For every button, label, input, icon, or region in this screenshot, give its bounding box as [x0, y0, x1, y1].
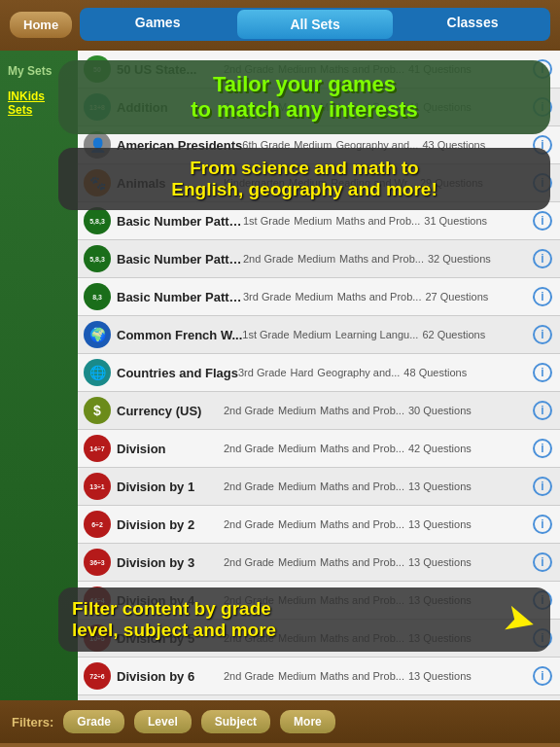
row-grade: 2nd Grade — [224, 443, 274, 454]
row-level: Medium — [298, 253, 335, 265]
row-icon: 🌐 — [84, 359, 111, 386]
info-button[interactable]: i — [533, 287, 552, 306]
info-button[interactable]: i — [533, 439, 552, 458]
info-button[interactable]: i — [533, 249, 552, 268]
row-level: Medium — [278, 670, 316, 682]
info-button[interactable]: i — [533, 325, 552, 344]
row-title: Division by 6 — [117, 669, 224, 684]
row-subject: Maths and Prob... — [320, 443, 404, 454]
row-level: Medium — [278, 518, 316, 530]
row-subject: Maths and Prob... — [320, 556, 404, 568]
row-title: Common French W... — [117, 328, 242, 342]
row-grade: 3rd Grade — [238, 367, 287, 378]
tab-group: Games All Sets Classes — [80, 8, 550, 41]
row-grade: 2nd Grade — [243, 253, 294, 265]
overlay-bottom-line2: level, subject and more — [72, 620, 494, 641]
row-meta: 2nd Grade Medium Maths and Prob... 42 Qu… — [224, 443, 529, 454]
overlay-mid-line2: English, geography and more! — [72, 179, 537, 200]
row-icon: 🌍 — [84, 321, 111, 348]
row-grade: 2nd Grade — [224, 405, 274, 416]
row-icon: $ — [84, 397, 111, 424]
list-item[interactable]: 63÷7 Division by 7 2nd Grade Medium Math… — [78, 695, 560, 700]
list-item[interactable]: $ Currency (US) 2nd Grade Medium Maths a… — [78, 392, 560, 430]
footer: Filters: Grade Level Subject More — [0, 700, 560, 743]
row-meta: 3rd Grade Hard Geography and... 48 Quest… — [238, 367, 529, 378]
row-title: Division by 1 — [117, 480, 224, 494]
list-item[interactable]: 🌍 Common French W... 1st Grade Medium Le… — [78, 316, 560, 354]
row-meta: 2nd Grade Medium Maths and Prob... 32 Qu… — [243, 253, 529, 265]
row-meta: 3rd Grade Medium Maths and Prob... 27 Qu… — [243, 291, 529, 302]
row-grade: 3rd Grade — [243, 291, 292, 302]
list-item[interactable]: 8,3 Basic Number Patte... 3rd Grade Medi… — [78, 278, 560, 316]
row-questions: 13 Questions — [408, 480, 472, 492]
filter-level-button[interactable]: Level — [134, 710, 192, 733]
info-button[interactable]: i — [533, 363, 552, 382]
overlay-top-line1: Tailor your games — [74, 72, 535, 97]
row-meta: 2nd Grade Medium Maths and Prob... 30 Qu… — [224, 405, 529, 416]
row-icon: 36÷3 — [84, 549, 111, 576]
row-questions: 42 Questions — [408, 443, 472, 454]
info-button[interactable]: i — [533, 515, 552, 534]
list-item[interactable]: 5,8,3 Basic Number Patte... 2nd Grade Me… — [78, 240, 560, 278]
row-subject: Maths and Prob... — [320, 480, 404, 492]
tab-all-sets[interactable]: All Sets — [237, 10, 393, 39]
row-grade: 2nd Grade — [224, 556, 274, 568]
row-meta: 2nd Grade Medium Maths and Prob... 13 Qu… — [224, 518, 529, 530]
info-button[interactable]: i — [533, 552, 552, 572]
tab-classes[interactable]: Classes — [395, 8, 550, 41]
list-item[interactable]: 13÷1 Division by 1 2nd Grade Medium Math… — [78, 468, 560, 506]
row-questions: 62 Questions — [422, 329, 485, 340]
row-title: Basic Number Patte... — [117, 252, 243, 267]
overlay-mid: From science and math to English, geogra… — [58, 148, 550, 210]
row-questions: 48 Questions — [403, 367, 467, 378]
filter-subject-button[interactable]: Subject — [201, 710, 270, 733]
row-icon: 8,3 — [84, 283, 111, 310]
list-item[interactable]: 14÷7 Division 2nd Grade Medium Maths and… — [78, 430, 560, 468]
list-item[interactable]: 72÷6 Division by 6 2nd Grade Medium Math… — [78, 658, 560, 695]
info-button[interactable]: i — [533, 477, 552, 496]
row-grade: 1st Grade — [243, 215, 290, 227]
list-item[interactable]: 36÷3 Division by 3 2nd Grade Medium Math… — [78, 544, 560, 582]
tab-games[interactable]: Games — [80, 8, 235, 41]
row-icon: 5,8,3 — [84, 245, 111, 272]
row-title: Division by 3 — [117, 555, 224, 570]
overlay-bottom-line1: Filter content by grade — [72, 598, 494, 620]
info-button[interactable]: i — [533, 401, 552, 420]
row-grade: 2nd Grade — [224, 670, 274, 682]
row-subject: Maths and Prob... — [320, 518, 404, 530]
row-grade: 2nd Grade — [224, 480, 274, 492]
overlay-top: Tailor your games to match any interests — [58, 60, 550, 134]
filter-more-button[interactable]: More — [280, 710, 335, 733]
list-item[interactable]: 🌐 Countries and Flags 3rd Grade Hard Geo… — [78, 354, 560, 392]
overlay-bottom-text: Filter content by grade level, subject a… — [72, 598, 494, 641]
row-meta: 1st Grade Medium Maths and Prob... 31 Qu… — [243, 215, 529, 227]
info-button[interactable]: i — [533, 666, 552, 686]
filter-grade-button[interactable]: Grade — [63, 710, 124, 733]
row-subject: Maths and Prob... — [337, 291, 422, 302]
row-icon: 72÷6 — [84, 662, 111, 690]
row-subject: Learning Langu... — [335, 329, 419, 340]
row-level: Medium — [294, 215, 332, 227]
row-subject: Maths and Prob... — [339, 253, 424, 265]
row-meta: 2nd Grade Medium Maths and Prob... 13 Qu… — [224, 480, 529, 492]
row-questions: 13 Questions — [408, 518, 472, 530]
row-meta: 2nd Grade Medium Maths and Prob... 13 Qu… — [224, 670, 529, 682]
row-questions: 27 Questions — [425, 291, 488, 302]
row-title: Basic Number Patte... — [117, 214, 243, 229]
row-questions: 31 Questions — [424, 215, 487, 227]
row-icon: 5,8,3 — [84, 207, 111, 234]
filters-label: Filters: — [12, 715, 53, 729]
row-level: Medium — [278, 556, 316, 568]
row-title: Basic Number Patte... — [117, 290, 243, 304]
row-level: Medium — [296, 291, 333, 302]
info-button[interactable]: i — [533, 211, 552, 231]
header: Home Games All Sets Classes — [0, 0, 560, 51]
row-subject: Maths and Prob... — [335, 215, 420, 227]
row-subject: Maths and Prob... — [320, 405, 404, 416]
row-title: Countries and Flags — [117, 366, 238, 380]
home-button[interactable]: Home — [10, 12, 72, 38]
overlay-mid-line1: From science and math to — [72, 158, 537, 179]
row-questions: 13 Questions — [408, 556, 472, 568]
list-item[interactable]: 6÷2 Division by 2 2nd Grade Medium Maths… — [78, 506, 560, 544]
row-questions: 32 Questions — [428, 253, 491, 265]
